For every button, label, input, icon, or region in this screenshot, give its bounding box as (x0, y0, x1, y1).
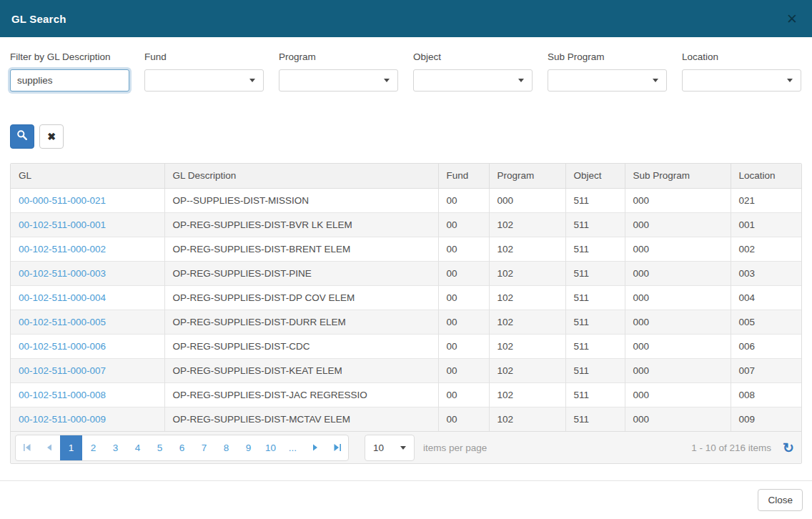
sub-program-dropdown[interactable] (548, 69, 667, 92)
close-button[interactable]: Close (758, 489, 803, 511)
pager-page-2[interactable]: 2 (82, 435, 104, 460)
chevron-down-icon (249, 79, 255, 82)
pager-page-8[interactable]: 8 (215, 435, 237, 460)
filter-fund: Fund (144, 51, 264, 92)
column-header-object: Object (565, 164, 625, 188)
filter-gl-description-label: Filter by GL Description (10, 51, 129, 62)
gl-code-cell: 00-102-511-000-001 (11, 212, 164, 237)
close-icon[interactable]: ✕ (783, 11, 801, 27)
table-cell: 005 (731, 310, 801, 334)
header-row: GLGL DescriptionFundProgramObjectSub Pro… (11, 164, 801, 188)
column-header-gl-description: GL Description (164, 164, 438, 188)
table-cell: 000 (625, 188, 731, 212)
table-cell: 511 (565, 212, 625, 237)
filter-object-label: Object (413, 51, 533, 62)
pager-page-3[interactable]: 3 (104, 435, 127, 460)
table-row: 00-102-511-000-007OP-REG-SUPPLIES-DIST-K… (11, 358, 801, 382)
pager-page-6[interactable]: 6 (171, 435, 193, 460)
gl-code-link[interactable]: 00-102-511-000-006 (19, 341, 106, 352)
table-cell: 007 (731, 358, 801, 382)
table-cell: OP-REG-SUPPLIES-DIST-DURR ELEM (164, 310, 438, 334)
page-size-dropdown[interactable]: 10 (365, 435, 415, 461)
pager-page-1[interactable]: 1 (60, 435, 82, 460)
column-header-fund: Fund (438, 164, 489, 188)
table-cell: 00 (438, 285, 489, 310)
clear-button[interactable]: ✖ (39, 124, 64, 149)
pager-bar: 12345678910 ... 10 items per page 1 - 10… (11, 431, 801, 463)
table-row: 00-102-511-000-005OP-REG-SUPPLIES-DIST-D… (11, 310, 801, 334)
gl-code-link[interactable]: 00-102-511-000-009 (19, 414, 106, 425)
pager-page-7[interactable]: 7 (193, 435, 215, 460)
previous-page-button[interactable] (38, 435, 60, 460)
table-cell: 00 (438, 334, 489, 358)
filter-sub-program-label: Sub Program (548, 51, 667, 62)
modal-footer: Close (0, 480, 812, 519)
items-range-label: 1 - 10 of 216 items (691, 443, 771, 453)
object-dropdown[interactable] (413, 69, 533, 92)
table-cell: 006 (731, 334, 801, 358)
gl-code-link[interactable]: 00-102-511-000-007 (19, 365, 106, 376)
table-cell: 102 (489, 407, 565, 431)
table-cell: 000 (625, 237, 731, 261)
table-cell: 000 (625, 261, 731, 285)
table-cell: OP-REG-SUPPLIES-DIST-DP COV ELEM (164, 285, 438, 310)
last-page-button[interactable] (326, 435, 348, 460)
table-cell: 000 (625, 212, 731, 237)
table-cell: 102 (489, 285, 565, 310)
table-cell: OP-REG-SUPPLIES-DIST-KEAT ELEM (164, 358, 438, 382)
table-cell: 511 (565, 261, 625, 285)
gl-code-link[interactable]: 00-102-511-000-008 (19, 390, 106, 400)
pager-page-5[interactable]: 5 (149, 435, 171, 460)
gl-code-cell: 00-102-511-000-004 (11, 285, 164, 310)
filter-location: Location (682, 51, 801, 92)
gl-code-cell: 00-102-511-000-007 (11, 358, 164, 382)
table-cell: 511 (565, 188, 625, 212)
table-cell: 000 (625, 382, 731, 407)
pager-page-10[interactable]: 10 (259, 435, 282, 460)
gl-description-input[interactable] (10, 69, 129, 92)
table-row: 00-102-511-000-002OP-REG-SUPPLIES-DIST-B… (11, 237, 801, 261)
gl-code-link[interactable]: 00-102-511-000-001 (19, 219, 106, 230)
table-cell: 00 (438, 310, 489, 334)
column-header-program: Program (489, 164, 565, 188)
table-cell: OP-REG-SUPPLIES-DIST-JAC REGRESSIO (164, 382, 438, 407)
table-cell: OP--SUPPLIES-DIST-MISSION (164, 188, 438, 212)
search-button[interactable] (10, 124, 34, 149)
gl-code-link[interactable]: 00-000-511-000-021 (19, 195, 106, 206)
table-cell: 000 (489, 188, 565, 212)
table-cell: 511 (565, 334, 625, 358)
gl-code-cell: 00-102-511-000-003 (11, 261, 164, 285)
program-dropdown[interactable] (279, 69, 398, 92)
column-header-gl: GL (11, 164, 164, 188)
modal-header: GL Search ✕ (0, 0, 812, 37)
gl-code-link[interactable]: 00-102-511-000-003 (19, 268, 106, 279)
gl-code-link[interactable]: 00-102-511-000-004 (19, 292, 106, 303)
pager-page-9[interactable]: 9 (237, 435, 259, 460)
table-cell: 000 (625, 407, 731, 431)
table-cell: 00 (438, 261, 489, 285)
table-cell: 511 (565, 382, 625, 407)
pager-page-4[interactable]: 4 (127, 435, 149, 460)
refresh-icon[interactable]: ↻ (783, 441, 794, 455)
first-page-button[interactable] (16, 435, 38, 460)
table-cell: 001 (731, 212, 801, 237)
table-row: 00-102-511-000-009OP-REG-SUPPLIES-DIST-M… (11, 407, 801, 431)
table-cell: 000 (625, 334, 731, 358)
gl-code-link[interactable]: 00-102-511-000-005 (19, 317, 106, 327)
results-table: GLGL DescriptionFundProgramObjectSub Pro… (11, 164, 801, 431)
table-cell: 00 (438, 212, 489, 237)
pager-more-button[interactable]: ... (282, 435, 304, 460)
column-header-location: Location (731, 164, 801, 188)
filter-program-label: Program (279, 51, 398, 62)
next-page-button[interactable] (304, 435, 326, 460)
table-row: 00-102-511-000-001OP-REG-SUPPLIES-DIST-B… (11, 212, 801, 237)
location-dropdown[interactable] (682, 69, 801, 92)
filter-bar: Filter by GL Description Fund Program Ob… (0, 37, 812, 92)
gl-code-cell: 00-102-511-000-002 (11, 237, 164, 261)
table-cell: 000 (625, 358, 731, 382)
table-cell: 003 (731, 261, 801, 285)
gl-code-link[interactable]: 00-102-511-000-002 (19, 244, 106, 254)
fund-dropdown[interactable] (144, 69, 264, 92)
filter-program: Program (279, 51, 398, 92)
modal-title: GL Search (11, 13, 66, 25)
